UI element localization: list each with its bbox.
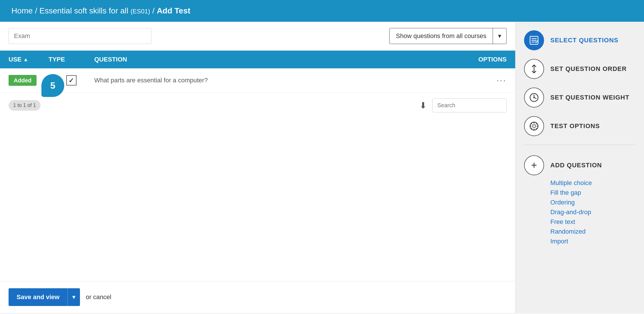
add-question-links: Multiple choice Fill the gap Ordering Dr… [550, 179, 635, 245]
svg-point-8 [533, 97, 535, 98]
content-spacer [0, 118, 515, 281]
col-use-label: USE [9, 56, 21, 63]
breadcrumb-course[interactable]: Essential soft skills for all [39, 6, 128, 15]
checkbox-icon: ✓ [66, 75, 77, 86]
footer: Save and view ▾ or cancel [0, 281, 515, 313]
pagination: 1 to 1 of 1 [9, 100, 41, 111]
show-questions-arrow-icon[interactable]: ▾ [493, 28, 506, 44]
header: Home / Essential soft skills for all (ES… [0, 0, 644, 22]
add-question-section: + ADD QUESTION Multiple choice Fill the … [524, 155, 635, 245]
added-badge: Added [9, 75, 37, 86]
select-questions-label: SELECT QUESTIONS [550, 37, 618, 44]
svg-line-17 [536, 123, 537, 124]
link-randomized[interactable]: Randomized [550, 228, 635, 235]
link-multiple-choice[interactable]: Multiple choice [550, 179, 635, 187]
test-options-label: TEST OPTIONS [550, 122, 600, 130]
link-import[interactable]: Import [550, 238, 635, 245]
question-cell: What parts are essential for a computer? [94, 77, 435, 84]
sidebar-item-select-questions[interactable]: SELECT QUESTIONS [524, 30, 635, 50]
link-fill-the-gap[interactable]: Fill the gap [550, 189, 635, 196]
set-order-icon [524, 59, 544, 79]
options-cell[interactable]: ··· [435, 76, 507, 85]
set-order-label: SET QUESTION ORDER [550, 65, 627, 73]
breadcrumb-sep1: / [33, 6, 39, 15]
link-ordering[interactable]: Ordering [550, 199, 635, 206]
download-icon[interactable]: ⬇ [420, 100, 427, 110]
link-free-text[interactable]: Free text [550, 218, 635, 226]
svg-line-15 [531, 123, 532, 124]
table-header: USE ▲ TYPE QUESTION OPTIONS [0, 51, 515, 68]
col-use-sort-icon[interactable]: ▲ [23, 57, 28, 63]
exam-input[interactable] [9, 28, 151, 44]
svg-point-10 [533, 125, 535, 128]
save-button-group[interactable]: Save and view ▾ [9, 288, 80, 306]
cancel-text[interactable]: or cancel [86, 293, 111, 301]
set-weight-icon [524, 88, 544, 108]
top-bar: Show questions from all courses ▾ [0, 22, 515, 51]
breadcrumb-code: (ES01) [131, 8, 150, 15]
sidebar-divider [524, 145, 635, 145]
sidebar-item-set-weight[interactable]: SET QUESTION WEIGHT [524, 88, 635, 108]
show-questions-button[interactable]: Show questions from all courses ▾ [389, 28, 507, 44]
breadcrumb-current: Add Test [157, 6, 190, 15]
breadcrumb: Home / Essential soft skills for all (ES… [11, 6, 190, 15]
main-layout: Show questions from all courses ▾ USE ▲ … [0, 22, 644, 313]
bottom-table: 1 to 1 of 1 ⬇ [0, 93, 515, 118]
tooltip-bubble: 5 [41, 74, 64, 97]
set-weight-label: SET QUESTION WEIGHT [550, 94, 629, 101]
show-questions-label: Show questions from all courses [390, 28, 493, 44]
test-options-icon [524, 116, 544, 136]
search-input[interactable] [432, 98, 507, 112]
breadcrumb-sep2: / [150, 6, 157, 15]
select-questions-icon [524, 30, 544, 50]
col-options: OPTIONS [435, 56, 507, 63]
sidebar-item-test-options[interactable]: TEST OPTIONS [524, 116, 635, 136]
save-button[interactable]: Save and view [9, 288, 67, 306]
add-question-header: + ADD QUESTION [524, 155, 635, 175]
sidebar-item-set-order[interactable]: SET QUESTION ORDER [524, 59, 635, 79]
table-row: Added 5 ✓ What parts are essential for a… [0, 68, 515, 93]
col-question: QUESTION [94, 56, 435, 63]
add-question-icon[interactable]: + [524, 155, 544, 175]
col-type: TYPE [49, 56, 94, 63]
content-area: Show questions from all courses ▾ USE ▲ … [0, 22, 515, 313]
sidebar: SELECT QUESTIONS SET QUESTION ORDER [515, 22, 644, 313]
save-dropdown-arrow[interactable]: ▾ [67, 288, 80, 306]
breadcrumb-home[interactable]: Home [11, 6, 33, 15]
svg-line-16 [536, 128, 537, 129]
col-use[interactable]: USE ▲ [9, 56, 49, 63]
add-question-label: ADD QUESTION [550, 162, 602, 169]
svg-line-18 [531, 128, 532, 129]
link-drag-and-drop[interactable]: Drag-and-drop [550, 208, 635, 216]
